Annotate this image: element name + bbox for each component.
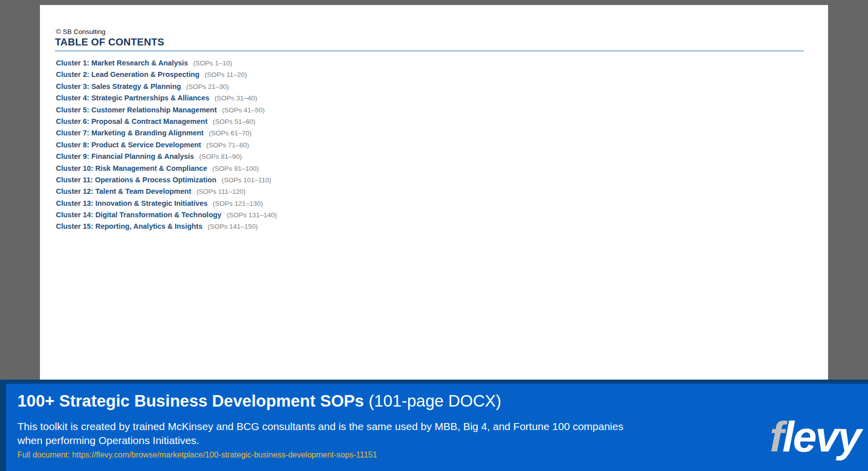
toc-item: Cluster 2: Lead Generation & Prospecting…: [56, 68, 755, 80]
banner-title-main: 100+ Strategic Business Development SOPs: [17, 392, 364, 410]
banner-title: 100+ Strategic Business Development SOPs…: [17, 392, 501, 411]
page-title: TABLE OF CONTENTS: [55, 36, 164, 48]
banner-link-line: Full document: https://flevy.com/browse/…: [17, 451, 377, 460]
promo-banner: 100+ Strategic Business Development SOPs…: [0, 380, 868, 471]
toc-item: Cluster 12: Talent & Team Development (S…: [56, 185, 755, 197]
flevy-logo: flevy: [770, 412, 860, 462]
toc-item-label: Cluster 9: Financial Planning & Analysis: [56, 152, 194, 160]
banner-title-format: (101-page DOCX): [364, 392, 501, 410]
toc-item: Cluster 9: Financial Planning & Analysis…: [56, 150, 755, 162]
flevy-logo-f: f: [770, 413, 783, 461]
toc-item-range: (SOPs 1–10): [193, 59, 232, 67]
toc-item-label: Cluster 6: Proposal & Contract Managemen…: [56, 117, 208, 125]
toc-item-range: (SOPs 91–100): [212, 165, 259, 172]
toc-item: Cluster 5: Customer Relationship Managem…: [56, 104, 755, 115]
toc-item-label: Cluster 12: Talent & Team Development: [56, 187, 191, 195]
toc-item-label: Cluster 2: Lead Generation & Prospecting: [56, 70, 200, 78]
toc-item: Cluster 11: Operations & Process Optimiz…: [56, 174, 755, 185]
toc-item-range: (SOPs 11–20): [205, 71, 247, 78]
toc-item: Cluster 6: Proposal & Contract Managemen…: [56, 115, 755, 127]
toc-list: Cluster 1: Market Research & Analysis (S…: [56, 57, 755, 232]
toc-item-range: (SOPs 81–90): [199, 153, 242, 160]
banner-description: This toolkit is created by trained McKin…: [17, 420, 631, 447]
toc-item-label: Cluster 13: Innovation & Strategic Initi…: [56, 199, 208, 207]
toc-item-label: Cluster 14: Digital Transformation & Tec…: [56, 211, 222, 219]
toc-item-range: (SOPs 131–140): [227, 211, 277, 219]
toc-item-range: (SOPs 51–60): [213, 118, 256, 125]
toc-item-range: (SOPs 61–70): [209, 129, 252, 137]
toc-item: Cluster 10: Risk Management & Compliance…: [56, 162, 755, 174]
toc-item-range: (SOPs 141–150): [208, 223, 258, 230]
toc-item-label: Cluster 15: Reporting, Analytics & Insig…: [56, 222, 203, 230]
toc-item-range: (SOPs 111–120): [196, 188, 246, 195]
toc-item-range: (SOPs 121–130): [213, 200, 263, 207]
toc-item-range: (SOPs 71–80): [206, 141, 249, 149]
toc-item-label: Cluster 5: Customer Relationship Managem…: [56, 106, 217, 114]
toc-item: Cluster 4: Strategic Partnerships & Alli…: [56, 92, 755, 103]
toc-item-range: (SOPs 31–40): [215, 94, 258, 102]
toc-item-label: Cluster 8: Product & Service Development: [56, 141, 201, 149]
toc-item: Cluster 15: Reporting, Analytics & Insig…: [56, 220, 755, 232]
toc-item-label: Cluster 11: Operations & Process Optimiz…: [56, 176, 217, 184]
toc-item-label: Cluster 4: Strategic Partnerships & Alli…: [56, 94, 209, 102]
toc-item: Cluster 13: Innovation & Strategic Initi…: [56, 197, 755, 209]
toc-item: Cluster 14: Digital Transformation & Tec…: [56, 209, 755, 220]
toc-item-label: Cluster 7: Marketing & Branding Alignmen…: [56, 129, 204, 137]
toc-item-range: (SOPs 41–50): [222, 106, 265, 114]
document-url-link[interactable]: https://flevy.com/browse/marketplace/100…: [72, 451, 377, 459]
document-page: © SB Consulting TABLE OF CONTENTS Cluste…: [40, 5, 828, 380]
toc-item: Cluster 7: Marketing & Branding Alignmen…: [56, 127, 755, 138]
toc-item-range: (SOPs 21–30): [186, 83, 229, 90]
banner-link-prefix: Full document:: [17, 451, 72, 459]
copyright-text: © SB Consulting: [56, 28, 105, 35]
title-divider: [55, 50, 804, 51]
toc-item-range: (SOPs 101–110): [222, 176, 272, 184]
toc-item: Cluster 3: Sales Strategy & Planning (SO…: [56, 80, 755, 92]
toc-item: Cluster 8: Product & Service Development…: [56, 139, 755, 150]
toc-item-label: Cluster 1: Market Research & Analysis: [56, 59, 188, 67]
flevy-logo-levy: levy: [783, 413, 860, 461]
promo-banner-panel: 100+ Strategic Business Development SOPs…: [6, 384, 868, 471]
toc-item-label: Cluster 3: Sales Strategy & Planning: [56, 82, 181, 90]
toc-item-label: Cluster 10: Risk Management & Compliance: [56, 164, 207, 172]
toc-item: Cluster 1: Market Research & Analysis (S…: [56, 57, 755, 68]
